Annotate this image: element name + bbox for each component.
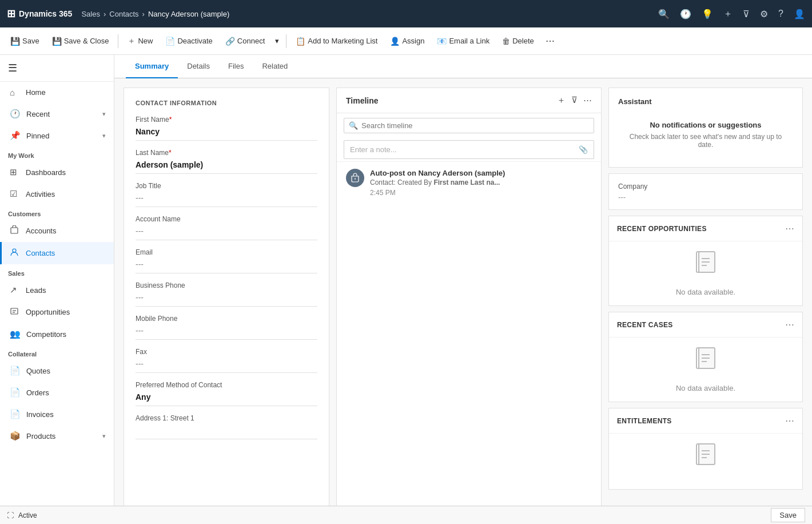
- dashboards-icon: ⊞: [10, 167, 20, 177]
- value-account-name[interactable]: ---: [136, 224, 317, 240]
- field-first-name: First Name* Nancy: [136, 116, 317, 141]
- new-button[interactable]: ＋ New: [122, 33, 158, 50]
- help-icon[interactable]: ?: [778, 9, 783, 19]
- value-job-title[interactable]: ---: [136, 191, 317, 207]
- breadcrumb-sales[interactable]: Sales: [81, 10, 100, 18]
- email-link-button[interactable]: 📧 Email a Link: [431, 33, 495, 49]
- tab-files[interactable]: Files: [219, 55, 253, 78]
- sidebar-item-home[interactable]: ⌂ Home: [0, 82, 114, 103]
- value-last-name[interactable]: Aderson (sample): [136, 158, 317, 174]
- breadcrumb-contacts[interactable]: Contacts: [109, 10, 138, 18]
- value-business-phone[interactable]: ---: [136, 291, 317, 307]
- right-panel: Assistant No notifications or suggestion…: [608, 88, 803, 524]
- sidebar-item-dashboards[interactable]: ⊞ Dashboards: [0, 161, 114, 183]
- value-preferred-contact[interactable]: Any: [136, 390, 317, 406]
- sidebar-item-quotes[interactable]: 📄 Quotes: [0, 360, 114, 382]
- timeline-add-icon[interactable]: ＋: [557, 95, 566, 106]
- tab-related[interactable]: Related: [253, 55, 297, 78]
- timeline-attachment-icon[interactable]: 📎: [579, 145, 588, 154]
- field-preferred-contact: Preferred Method of Contact Any: [136, 381, 317, 406]
- sidebar-hamburger[interactable]: ☰: [0, 55, 114, 82]
- timeline-title: Timeline: [346, 96, 552, 105]
- timeline-entry-subtitle: Contact: Created By First name Last na..…: [370, 178, 592, 186]
- value-address-street[interactable]: [136, 423, 317, 439]
- timeline-filter-icon[interactable]: ⊽: [571, 95, 578, 106]
- section-sales: Sales: [0, 264, 114, 279]
- label-account-name: Account Name: [136, 215, 317, 223]
- connect-dropdown-button[interactable]: ▾: [272, 33, 282, 49]
- status-bar: ⛶ Active Save: [0, 506, 812, 524]
- field-fax: Fax ---: [136, 348, 317, 373]
- sidebar-item-contacts-label: Contacts: [26, 249, 55, 257]
- assign-button[interactable]: 👤 Assign: [384, 33, 430, 49]
- plus-icon[interactable]: ＋: [723, 8, 733, 20]
- timeline-panel: Timeline ＋ ⊽ ⋯ 🔍 Enter a note... 📎: [336, 88, 602, 524]
- search-icon[interactable]: 🔍: [658, 9, 670, 19]
- no-data-entitlements-icon: [618, 443, 793, 475]
- field-address-street: Address 1: Street 1: [136, 414, 317, 439]
- sidebar-item-pinned[interactable]: 📌 Pinned ▾: [0, 125, 114, 146]
- timeline-search[interactable]: 🔍: [344, 118, 594, 133]
- recent-cases-more-icon[interactable]: ⋯: [785, 319, 794, 330]
- toolbar-more-button[interactable]: ⋯: [541, 32, 559, 50]
- label-preferred-contact: Preferred Method of Contact: [136, 381, 317, 389]
- company-value[interactable]: ---: [618, 193, 793, 201]
- value-first-name[interactable]: Nancy: [136, 125, 317, 141]
- invoices-icon: 📄: [10, 409, 21, 419]
- delete-button[interactable]: 🗑 Delete: [496, 33, 540, 49]
- sidebar-item-contacts[interactable]: Contacts: [0, 242, 114, 264]
- sidebar-item-recent[interactable]: 🕐 Recent ▾: [0, 103, 114, 125]
- field-mobile-phone: Mobile Phone ---: [136, 315, 317, 340]
- toolbar: 💾 Save 💾 Save & Close ＋ New 📄 Deactivate…: [0, 27, 812, 55]
- deactivate-button[interactable]: 📄 Deactivate: [160, 33, 218, 49]
- recent-expand-icon: ▾: [102, 110, 106, 118]
- sidebar-item-invoices[interactable]: 📄 Invoices: [0, 403, 114, 425]
- tab-details[interactable]: Details: [178, 55, 219, 78]
- add-marketing-label: Add to Marketing List: [308, 37, 377, 45]
- value-fax[interactable]: ---: [136, 357, 317, 373]
- save-close-button[interactable]: 💾 Save & Close: [46, 33, 115, 49]
- recent-cases-body: No data available.: [609, 338, 802, 402]
- sidebar-item-products[interactable]: 📦 Products ▾: [0, 425, 114, 447]
- no-data-cases-text: No data available.: [618, 384, 793, 392]
- clock-icon[interactable]: 🕐: [680, 9, 691, 19]
- delete-label: Delete: [512, 37, 534, 45]
- sidebar-item-competitors[interactable]: 👥 Competitors: [0, 323, 114, 345]
- assistant-empty-state: No notifications or suggestions Check ba…: [618, 112, 793, 158]
- filter-icon[interactable]: ⊽: [743, 9, 750, 19]
- timeline-search-input[interactable]: [361, 121, 589, 130]
- status-save-button[interactable]: Save: [771, 508, 805, 522]
- settings-icon[interactable]: ⚙: [760, 9, 768, 19]
- bulb-icon[interactable]: 💡: [702, 9, 713, 19]
- app-logo: ⊞ Dynamics 365: [7, 7, 72, 20]
- products-icon: 📦: [10, 431, 21, 441]
- sidebar-item-activities[interactable]: ☑ Activities: [0, 183, 114, 205]
- new-label: New: [138, 37, 153, 45]
- breadcrumb: Sales › Contacts › Nancy Aderson (sample…: [81, 10, 229, 18]
- app-icon: ⊞: [7, 7, 15, 20]
- toolbar-divider-2: [286, 34, 286, 48]
- label-email: Email: [136, 248, 317, 256]
- save-label: Save: [22, 37, 39, 45]
- save-button[interactable]: 💾 Save: [5, 33, 45, 49]
- value-email[interactable]: ---: [136, 257, 317, 273]
- user-icon[interactable]: 👤: [794, 9, 805, 19]
- connect-button[interactable]: 🔗 Connect: [220, 33, 270, 49]
- sidebar-item-leads[interactable]: ↗ Leads: [0, 279, 114, 301]
- timeline-note[interactable]: Enter a note... 📎: [344, 140, 594, 159]
- expand-icon[interactable]: ⛶: [7, 511, 14, 519]
- timeline-more-icon[interactable]: ⋯: [583, 95, 592, 106]
- add-marketing-button[interactable]: 📋 Add to Marketing List: [290, 33, 383, 49]
- entitlements-header: ENTITLEMENTS ⋯: [609, 408, 802, 434]
- sidebar-item-opportunities[interactable]: Opportunities: [0, 301, 114, 323]
- field-business-phone: Business Phone ---: [136, 281, 317, 307]
- sidebar-item-home-label: Home: [26, 88, 46, 97]
- sidebar-item-opportunities-label: Opportunities: [26, 308, 70, 316]
- pinned-expand-icon: ▾: [102, 132, 106, 140]
- entitlements-more-icon[interactable]: ⋯: [785, 415, 794, 426]
- recent-opportunities-more-icon[interactable]: ⋯: [785, 223, 794, 234]
- sidebar-item-accounts[interactable]: Accounts: [0, 220, 114, 242]
- tab-summary[interactable]: Summary: [126, 55, 178, 78]
- sidebar-item-orders[interactable]: 📄 Orders: [0, 382, 114, 403]
- value-mobile-phone[interactable]: ---: [136, 324, 317, 340]
